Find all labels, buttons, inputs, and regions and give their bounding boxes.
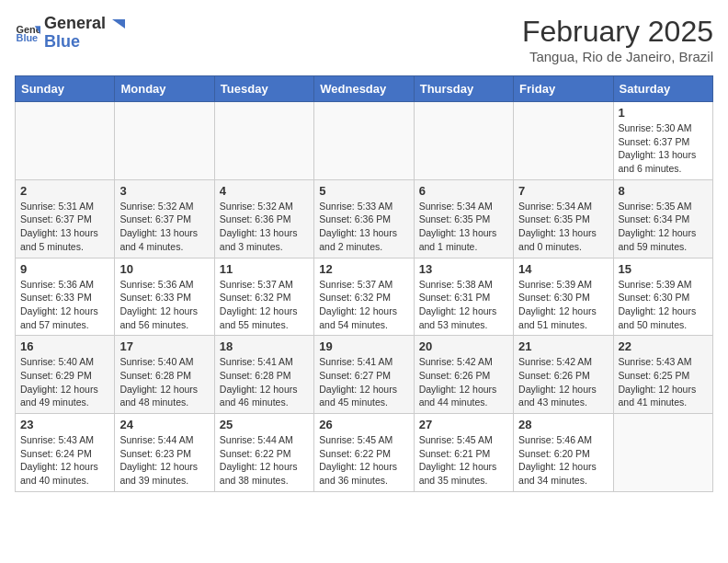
calendar-cell — [115, 102, 214, 180]
day-number: 3 — [119, 184, 209, 198]
day-number: 25 — [220, 418, 309, 431]
calendar-cell: 14Sunrise: 5:39 AM Sunset: 6:30 PM Dayli… — [514, 258, 613, 336]
calendar-cell: 13Sunrise: 5:38 AM Sunset: 6:31 PM Dayli… — [414, 258, 513, 336]
day-number: 12 — [319, 262, 408, 276]
weekday-header-sunday: Sunday — [16, 76, 115, 102]
day-number: 14 — [518, 262, 608, 276]
calendar-table: SundayMondayTuesdayWednesdayThursdayFrid… — [15, 75, 713, 492]
day-number: 23 — [20, 418, 109, 431]
day-number: 4 — [220, 184, 309, 198]
day-number: 5 — [319, 184, 408, 198]
calendar-cell: 6Sunrise: 5:34 AM Sunset: 6:35 PM Daylig… — [414, 179, 513, 258]
calendar-cell: 16Sunrise: 5:40 AM Sunset: 6:29 PM Dayli… — [16, 336, 115, 414]
calendar-cell: 28Sunrise: 5:46 AM Sunset: 6:20 PM Dayli… — [514, 414, 613, 492]
day-number: 6 — [419, 184, 508, 198]
calendar-cell: 25Sunrise: 5:44 AM Sunset: 6:22 PM Dayli… — [214, 414, 313, 492]
day-number: 1 — [619, 106, 708, 120]
day-info: Sunrise: 5:31 AM Sunset: 6:37 PM Dayligh… — [20, 200, 109, 254]
calendar-cell: 17Sunrise: 5:40 AM Sunset: 6:28 PM Dayli… — [115, 336, 214, 414]
day-number: 19 — [319, 339, 408, 353]
day-info: Sunrise: 5:36 AM Sunset: 6:33 PM Dayligh… — [20, 278, 109, 332]
day-info: Sunrise: 5:44 AM Sunset: 6:22 PM Dayligh… — [220, 433, 309, 488]
day-info: Sunrise: 5:45 AM Sunset: 6:22 PM Dayligh… — [319, 433, 408, 488]
day-number: 10 — [119, 262, 209, 276]
calendar-cell: 8Sunrise: 5:35 AM Sunset: 6:34 PM Daylig… — [613, 179, 712, 258]
calendar-cell: 5Sunrise: 5:33 AM Sunset: 6:36 PM Daylig… — [314, 179, 414, 258]
calendar-cell: 23Sunrise: 5:43 AM Sunset: 6:24 PM Dayli… — [16, 414, 115, 492]
day-info: Sunrise: 5:42 AM Sunset: 6:26 PM Dayligh… — [419, 355, 508, 409]
day-number: 9 — [20, 262, 109, 276]
calendar-cell: 19Sunrise: 5:41 AM Sunset: 6:27 PM Dayli… — [314, 336, 414, 414]
day-info: Sunrise: 5:46 AM Sunset: 6:20 PM Dayligh… — [518, 433, 608, 488]
calendar-week-3: 9Sunrise: 5:36 AM Sunset: 6:33 PM Daylig… — [16, 258, 713, 336]
day-info: Sunrise: 5:38 AM Sunset: 6:31 PM Dayligh… — [419, 278, 508, 332]
day-number: 27 — [419, 418, 508, 431]
logo-general-text: General — [44, 15, 106, 33]
calendar-cell: 20Sunrise: 5:42 AM Sunset: 6:26 PM Dayli… — [414, 336, 513, 414]
svg-text:Blue: Blue — [17, 32, 39, 43]
weekday-header-saturday: Saturday — [613, 76, 712, 102]
day-info: Sunrise: 5:32 AM Sunset: 6:37 PM Dayligh… — [119, 200, 209, 254]
calendar-cell — [314, 102, 414, 180]
day-info: Sunrise: 5:35 AM Sunset: 6:34 PM Dayligh… — [619, 200, 708, 254]
calendar-cell — [16, 102, 115, 180]
weekday-header-tuesday: Tuesday — [214, 76, 313, 102]
day-info: Sunrise: 5:37 AM Sunset: 6:32 PM Dayligh… — [319, 278, 408, 332]
weekday-header-monday: Monday — [115, 76, 214, 102]
calendar-cell — [613, 414, 712, 492]
day-info: Sunrise: 5:43 AM Sunset: 6:25 PM Dayligh… — [619, 355, 708, 409]
calendar-cell: 21Sunrise: 5:42 AM Sunset: 6:26 PM Dayli… — [514, 336, 613, 414]
calendar-cell: 12Sunrise: 5:37 AM Sunset: 6:32 PM Dayli… — [314, 258, 414, 336]
calendar-cell — [214, 102, 313, 180]
calendar-cell: 9Sunrise: 5:36 AM Sunset: 6:33 PM Daylig… — [16, 258, 115, 336]
day-info: Sunrise: 5:40 AM Sunset: 6:28 PM Dayligh… — [119, 355, 209, 409]
day-number: 17 — [119, 339, 209, 353]
day-number: 13 — [419, 262, 508, 276]
day-number: 26 — [319, 418, 408, 431]
page-header: General Blue General Blue February 2025 … — [15, 15, 713, 64]
day-info: Sunrise: 5:37 AM Sunset: 6:32 PM Dayligh… — [220, 278, 309, 332]
calendar-cell: 22Sunrise: 5:43 AM Sunset: 6:25 PM Dayli… — [613, 336, 712, 414]
calendar-week-2: 2Sunrise: 5:31 AM Sunset: 6:37 PM Daylig… — [16, 179, 713, 258]
day-number: 20 — [419, 339, 508, 353]
day-number: 15 — [619, 262, 708, 276]
logo: General Blue General Blue — [15, 15, 125, 52]
weekday-header-wednesday: Wednesday — [314, 76, 414, 102]
logo-arrow-icon — [108, 16, 125, 32]
day-number: 24 — [119, 418, 209, 431]
day-info: Sunrise: 5:34 AM Sunset: 6:35 PM Dayligh… — [518, 200, 608, 254]
calendar-cell: 24Sunrise: 5:44 AM Sunset: 6:23 PM Dayli… — [115, 414, 214, 492]
day-number: 2 — [20, 184, 109, 198]
day-info: Sunrise: 5:44 AM Sunset: 6:23 PM Dayligh… — [119, 433, 209, 488]
day-info: Sunrise: 5:39 AM Sunset: 6:30 PM Dayligh… — [518, 278, 608, 332]
day-number: 11 — [220, 262, 309, 276]
day-info: Sunrise: 5:36 AM Sunset: 6:33 PM Dayligh… — [119, 278, 209, 332]
location-title: Tangua, Rio de Janeiro, Brazil — [522, 49, 713, 64]
calendar-cell: 15Sunrise: 5:39 AM Sunset: 6:30 PM Dayli… — [613, 258, 712, 336]
calendar-header-row: SundayMondayTuesdayWednesdayThursdayFrid… — [16, 76, 713, 102]
weekday-header-thursday: Thursday — [414, 76, 513, 102]
day-number: 18 — [220, 339, 309, 353]
day-number: 8 — [619, 184, 708, 198]
title-section: February 2025 Tangua, Rio de Janeiro, Br… — [522, 15, 713, 64]
day-number: 7 — [518, 184, 608, 198]
day-number: 16 — [20, 339, 109, 353]
day-number: 21 — [518, 339, 608, 353]
calendar-week-4: 16Sunrise: 5:40 AM Sunset: 6:29 PM Dayli… — [16, 336, 713, 414]
calendar-cell: 2Sunrise: 5:31 AM Sunset: 6:37 PM Daylig… — [16, 179, 115, 258]
weekday-header-friday: Friday — [514, 76, 613, 102]
calendar-cell: 26Sunrise: 5:45 AM Sunset: 6:22 PM Dayli… — [314, 414, 414, 492]
logo-blue-text: Blue — [44, 32, 80, 51]
day-info: Sunrise: 5:41 AM Sunset: 6:28 PM Dayligh… — [220, 355, 309, 409]
calendar-cell: 18Sunrise: 5:41 AM Sunset: 6:28 PM Dayli… — [214, 336, 313, 414]
day-info: Sunrise: 5:30 AM Sunset: 6:37 PM Dayligh… — [619, 121, 708, 176]
calendar-cell: 7Sunrise: 5:34 AM Sunset: 6:35 PM Daylig… — [514, 179, 613, 258]
day-info: Sunrise: 5:40 AM Sunset: 6:29 PM Dayligh… — [20, 355, 109, 409]
calendar-week-5: 23Sunrise: 5:43 AM Sunset: 6:24 PM Dayli… — [16, 414, 713, 492]
calendar-cell: 10Sunrise: 5:36 AM Sunset: 6:33 PM Dayli… — [115, 258, 214, 336]
day-number: 22 — [619, 339, 708, 353]
calendar-cell: 27Sunrise: 5:45 AM Sunset: 6:21 PM Dayli… — [414, 414, 513, 492]
day-info: Sunrise: 5:45 AM Sunset: 6:21 PM Dayligh… — [419, 433, 508, 488]
day-info: Sunrise: 5:43 AM Sunset: 6:24 PM Dayligh… — [20, 433, 109, 488]
day-info: Sunrise: 5:41 AM Sunset: 6:27 PM Dayligh… — [319, 355, 408, 409]
